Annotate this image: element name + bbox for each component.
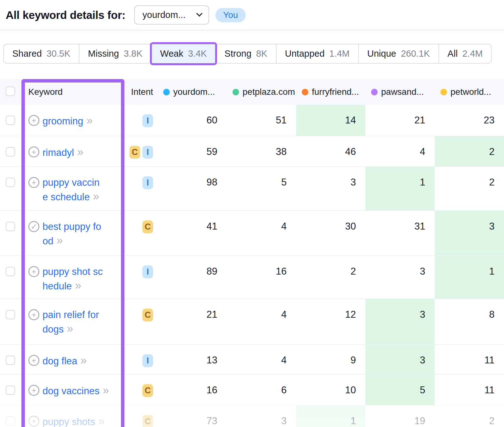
- keyword-status-icon[interactable]: +: [28, 115, 39, 126]
- intent-cell: C: [124, 406, 158, 427]
- double-chevron-icon[interactable]: »: [86, 114, 93, 127]
- intent-cell: C: [124, 375, 158, 405]
- keyword-link[interactable]: grooming: [43, 116, 83, 127]
- you-badge: You: [215, 8, 245, 22]
- table-row: + dog vaccines» C 16 6 10 5 11: [0, 374, 504, 405]
- row-checkbox[interactable]: [6, 116, 15, 125]
- value-cell: 30: [296, 211, 365, 255]
- value-cell: 3: [435, 211, 504, 255]
- domain-dot: [302, 89, 308, 95]
- domain-dot: [440, 89, 447, 95]
- column-header-domain-3[interactable]: pawsand...: [365, 87, 435, 97]
- intent-cell: I: [124, 345, 158, 374]
- column-header-domain-2[interactable]: furryfriend...: [296, 87, 365, 97]
- keyword-status-icon[interactable]: +: [28, 309, 39, 320]
- value-cell: 4: [227, 299, 296, 344]
- keyword-link[interactable]: dog vaccines: [43, 385, 100, 396]
- keyword-status-icon[interactable]: +: [28, 266, 39, 277]
- value-cell: 60: [158, 105, 227, 136]
- tab-missing[interactable]: Missing 3.8K: [79, 44, 151, 63]
- value-cell: 9: [296, 345, 365, 374]
- keywords-table: Keyword Intent yourdom... petplaza.com f…: [0, 79, 504, 427]
- table-row: + puppy shots» C 73 3 1 19 2: [0, 405, 504, 427]
- value-cell: 1: [296, 406, 365, 427]
- tab-unique[interactable]: Unique 260.1K: [358, 44, 438, 63]
- value-cell: 2: [435, 136, 504, 166]
- keyword-link[interactable]: rimadyl: [43, 147, 74, 158]
- keyword-link[interactable]: puppy shot sc hedule: [43, 266, 103, 292]
- keyword-link[interactable]: best puppy fo od: [43, 221, 101, 247]
- keyword-link[interactable]: puppy shots: [43, 416, 95, 427]
- value-cell: 3: [365, 345, 435, 374]
- value-cell: 38: [227, 136, 296, 166]
- double-chevron-icon[interactable]: »: [93, 190, 99, 203]
- tab-weak[interactable]: Weak 3.4K: [151, 44, 215, 63]
- intent-cell: I: [124, 167, 158, 210]
- value-cell: 51: [227, 105, 296, 136]
- value-cell: 1: [365, 167, 435, 210]
- intent-cell: I: [124, 105, 158, 136]
- keyword-status-icon[interactable]: +: [28, 355, 39, 366]
- column-header-domain-0[interactable]: yourdom...: [158, 87, 227, 97]
- intent-cell: C I: [124, 136, 158, 166]
- row-checkbox[interactable]: [6, 178, 15, 187]
- value-cell: 3: [365, 299, 435, 344]
- double-chevron-icon[interactable]: »: [103, 384, 109, 397]
- keyword-link[interactable]: dog flea: [43, 356, 77, 367]
- domain-dot: [232, 89, 239, 95]
- value-cell: 46: [296, 136, 365, 166]
- keyword-filter-tabs: Shared 30.5K Missing 3.8K Weak 3.4K Stro…: [3, 44, 492, 64]
- column-header-intent[interactable]: Intent: [124, 87, 158, 97]
- row-checkbox[interactable]: [6, 356, 15, 365]
- value-cell: 21: [365, 105, 435, 136]
- double-chevron-icon[interactable]: »: [67, 322, 73, 335]
- value-cell: 4: [227, 211, 296, 255]
- domain-dropdown-value: yourdom...: [142, 10, 186, 20]
- keyword-link[interactable]: puppy vaccin e schedule: [43, 177, 100, 202]
- value-cell: 19: [365, 406, 435, 427]
- table-row: + grooming» I 60 51 14 21 23: [0, 105, 504, 136]
- keyword-status-icon[interactable]: ✓: [28, 221, 39, 232]
- double-chevron-icon[interactable]: »: [80, 354, 87, 367]
- value-cell: 14: [296, 105, 365, 136]
- keyword-status-icon[interactable]: +: [28, 385, 39, 396]
- value-cell: 13: [158, 345, 227, 374]
- column-header-domain-1[interactable]: petplaza.com: [227, 87, 296, 97]
- double-chevron-icon[interactable]: »: [75, 279, 81, 292]
- intent-cell: C: [124, 211, 158, 255]
- table-row: + puppy vaccin e schedule» I 98 5 3 1 2: [0, 166, 504, 210]
- select-all-checkbox[interactable]: [6, 87, 15, 96]
- intent-badge: I: [142, 146, 153, 159]
- value-cell: 21: [158, 299, 227, 344]
- keyword-status-icon[interactable]: +: [28, 146, 39, 157]
- double-chevron-icon[interactable]: »: [56, 234, 63, 247]
- row-checkbox[interactable]: [6, 310, 15, 319]
- tab-all[interactable]: All 2.4M: [438, 44, 491, 63]
- value-cell: 73: [158, 406, 227, 427]
- row-checkbox[interactable]: [6, 385, 15, 395]
- value-cell: 10: [296, 375, 365, 405]
- intent-cell: C: [124, 299, 158, 344]
- intent-badge: C: [129, 146, 140, 159]
- page-title: All keyword details for:: [6, 9, 125, 21]
- value-cell: 5: [227, 167, 296, 210]
- tab-shared[interactable]: Shared 30.5K: [4, 44, 79, 63]
- row-checkbox[interactable]: [6, 147, 15, 157]
- row-checkbox[interactable]: [6, 267, 15, 276]
- column-header-keyword[interactable]: Keyword: [21, 87, 124, 97]
- row-checkbox[interactable]: [6, 222, 15, 231]
- keyword-status-icon[interactable]: +: [28, 177, 39, 188]
- domain-dot: [371, 89, 378, 95]
- value-cell: 5: [365, 375, 435, 405]
- double-chevron-icon[interactable]: »: [77, 145, 83, 158]
- column-header-domain-4[interactable]: petworld...: [435, 87, 504, 97]
- row-checkbox[interactable]: [6, 416, 15, 426]
- intent-badge: C: [142, 384, 153, 397]
- table-header-row: Keyword Intent yourdom... petplaza.com f…: [0, 79, 504, 105]
- keyword-status-icon[interactable]: +: [28, 416, 39, 427]
- tab-strong[interactable]: Strong 8K: [215, 44, 276, 63]
- double-chevron-icon[interactable]: »: [98, 415, 105, 427]
- tab-untapped[interactable]: Untapped 1.4M: [276, 44, 358, 63]
- domain-dropdown[interactable]: yourdom...: [134, 5, 209, 25]
- value-cell: 4: [227, 345, 296, 374]
